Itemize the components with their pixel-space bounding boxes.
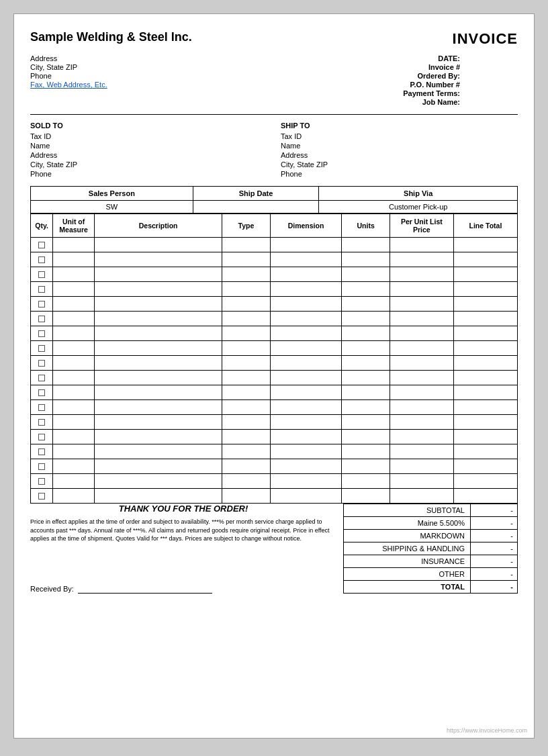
sales-person-value: SW [31, 201, 193, 214]
shipping-row: SHIPPING & HANDLING - [344, 542, 518, 555]
row-checkbox[interactable] [38, 360, 45, 367]
total-label: TOTAL [344, 581, 471, 594]
row-cell [453, 430, 517, 444]
row-cell [53, 312, 95, 326]
sold-to-taxid: Tax ID [30, 132, 267, 140]
row-cell [390, 444, 453, 459]
row-checkbox[interactable] [38, 463, 45, 470]
row-cell [270, 400, 342, 415]
row-checkbox-cell [31, 252, 53, 267]
ship-to-city: City, State ZIP [281, 160, 518, 169]
row-checkbox[interactable] [38, 256, 45, 263]
job-name-value [464, 98, 518, 106]
row-cell [95, 385, 222, 400]
totals-table: SUBTOTAL - Maine 5.500% - MARKDOWN - SHI… [343, 504, 518, 594]
row-checkbox-cell [31, 297, 53, 312]
table-row [31, 489, 518, 504]
row-checkbox[interactable] [38, 375, 45, 381]
uom-header: Unit of Measure [53, 214, 95, 238]
insurance-row: INSURANCE - [344, 555, 518, 568]
row-cell [222, 371, 270, 385]
row-cell [390, 430, 453, 444]
row-cell [95, 326, 222, 341]
row-cell [342, 474, 390, 489]
row-cell [95, 489, 222, 504]
table-row [31, 238, 518, 252]
row-cell [453, 400, 517, 415]
received-by-label: Received By: [30, 585, 74, 593]
shipping-value: - [471, 542, 518, 555]
invoice-document: Sample Welding & Steel Inc. INVOICE Addr… [13, 13, 535, 739]
row-cell [390, 238, 453, 252]
row-cell [342, 385, 390, 400]
sold-to-city: City, State ZIP [30, 160, 267, 169]
row-cell [270, 371, 342, 385]
row-cell [270, 459, 342, 474]
row-cell [270, 282, 342, 297]
dimension-header: Dimension [270, 214, 342, 238]
row-checkbox[interactable] [38, 493, 45, 500]
row-checkbox[interactable] [38, 448, 45, 455]
row-checkbox-cell [31, 341, 53, 356]
row-cell [222, 238, 270, 252]
row-cell [342, 252, 390, 267]
row-checkbox[interactable] [38, 389, 45, 396]
row-cell [270, 238, 342, 252]
divider-1 [30, 114, 518, 115]
row-cell [53, 371, 95, 385]
row-checkbox[interactable] [38, 286, 45, 293]
row-checkbox-cell [31, 267, 53, 282]
tax-label: Maine 5.500% [344, 517, 471, 530]
ship-to-title: SHIP TO [281, 122, 518, 130]
subtotal-label: SUBTOTAL [344, 504, 471, 517]
row-checkbox[interactable] [38, 301, 45, 308]
row-cell [95, 474, 222, 489]
row-checkbox-cell [31, 459, 53, 474]
row-cell [222, 252, 270, 267]
row-cell [342, 356, 390, 371]
row-cell [342, 282, 390, 297]
row-cell [342, 430, 390, 444]
company-fax-web[interactable]: Fax, Web Address, Etc. [30, 81, 107, 89]
row-cell [53, 415, 95, 430]
row-cell [342, 326, 390, 341]
row-checkbox[interactable] [38, 316, 45, 322]
bottom-section: THANK YOU FOR THE ORDER! Price in effect… [30, 504, 518, 594]
row-cell [270, 252, 342, 267]
received-by-line [78, 584, 212, 594]
po-number-value [464, 81, 518, 89]
row-checkbox[interactable] [38, 404, 45, 411]
meta-po-row: P.O. Number # [410, 81, 518, 89]
invoice-header: Sample Welding & Steel Inc. INVOICE [30, 30, 518, 48]
row-checkbox[interactable] [38, 330, 45, 337]
row-cell [342, 312, 390, 326]
row-checkbox[interactable] [38, 419, 45, 426]
po-number-label: P.O. Number # [410, 81, 460, 89]
row-checkbox[interactable] [38, 242, 45, 248]
row-cell [222, 415, 270, 430]
row-cell [390, 415, 453, 430]
row-checkbox-cell [31, 371, 53, 385]
row-cell [453, 489, 517, 504]
row-checkbox-cell [31, 312, 53, 326]
row-cell [222, 385, 270, 400]
row-checkbox[interactable] [38, 478, 45, 485]
row-cell [222, 400, 270, 415]
total-value: - [471, 581, 518, 594]
row-checkbox-cell [31, 356, 53, 371]
row-checkbox[interactable] [38, 345, 45, 352]
row-checkbox-cell [31, 400, 53, 415]
row-checkbox-cell [31, 385, 53, 400]
table-row [31, 282, 518, 297]
row-cell [53, 489, 95, 504]
row-checkbox[interactable] [38, 271, 45, 278]
row-cell [342, 267, 390, 282]
qty-header: Qty. [31, 214, 53, 238]
row-cell [95, 371, 222, 385]
row-cell [53, 474, 95, 489]
insurance-label: INSURANCE [344, 555, 471, 568]
row-checkbox-cell [31, 444, 53, 459]
payment-terms-value [464, 89, 518, 97]
row-checkbox[interactable] [38, 434, 45, 440]
row-cell [453, 341, 517, 356]
